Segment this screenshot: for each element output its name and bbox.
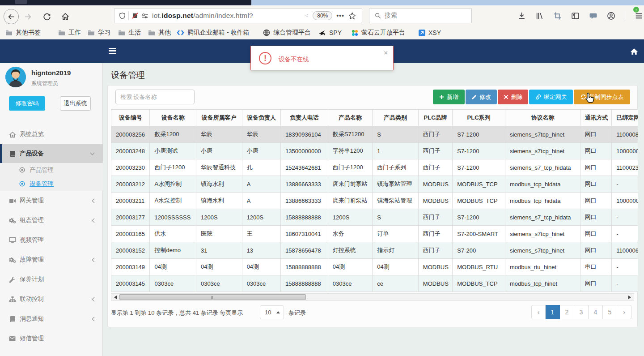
page-button[interactable]: 4 <box>589 305 603 319</box>
account-icon[interactable] <box>607 12 615 20</box>
page-button[interactable]: 1 <box>546 305 560 319</box>
table-row[interactable]: 2000031450303ce0303ce0303ce1588888888803… <box>111 275 638 292</box>
copy-sync-table-button[interactable]: 复制同步点表 <box>574 90 630 104</box>
folder-icon <box>5 30 13 36</box>
bookmark-star-icon[interactable] <box>348 12 356 20</box>
table-row[interactable]: 200003152控制demo311315878656478灯控系统指示灯西门子… <box>111 242 638 259</box>
autoplay-blocked-icon[interactable] <box>131 12 139 19</box>
table-row[interactable]: 200003165供水医院王18607310041水务订单西门子S7-200-S… <box>111 226 638 242</box>
logout-button[interactable]: 退出系统 <box>60 96 91 111</box>
scrollbar-thumb[interactable] <box>119 294 306 300</box>
bookmark-item[interactable]: 生活 <box>118 26 141 39</box>
folder-icon <box>118 30 125 36</box>
page-button[interactable]: 2 <box>560 305 574 319</box>
shield-icon[interactable] <box>119 13 126 19</box>
sidebar-item[interactable]: 产品设备 <box>0 144 103 163</box>
permissions-icon[interactable] <box>142 13 148 19</box>
table-row[interactable]: 2000031771200SSSSSS1200S1200S15888888888… <box>111 209 638 226</box>
sidebar-subitem[interactable]: 设备管理 <box>0 177 103 191</box>
sidebar-toggle-icon[interactable] <box>571 12 580 20</box>
sidebar-item[interactable]: 消息通知 <box>0 309 103 329</box>
search-bar[interactable]: 搜索 <box>369 8 472 23</box>
bookmark-item[interactable]: 萤石云开放平台 <box>352 26 405 39</box>
zoom-badge[interactable]: 80% <box>313 11 332 20</box>
home-button[interactable] <box>61 13 69 21</box>
column-header[interactable]: 通讯方式 <box>580 110 611 126</box>
table-row[interactable]: 200003248小唐测试小唐小唐13500000000字符串12001西门子S… <box>111 143 638 159</box>
delete-button[interactable]: 删除 <box>498 90 528 104</box>
column-header[interactable]: 产品类别 <box>373 110 419 126</box>
bind-gateway-button[interactable]: 绑定网关 <box>529 90 573 104</box>
column-header[interactable]: 负责人电话 <box>281 110 328 126</box>
sidebar-item[interactable]: 组态管理 <box>0 210 103 230</box>
table-cell: 200003152 <box>111 242 150 259</box>
bookmark-item[interactable]: XSY <box>419 26 441 39</box>
screenshot-icon[interactable] <box>553 12 562 20</box>
reload-button[interactable] <box>43 13 51 21</box>
column-header[interactable]: 产品名称 <box>328 110 373 126</box>
table-row[interactable]: 200003212A水闸控制镇海水利A13886663333庹来门前泵站镇海泵站… <box>111 176 638 193</box>
edit-button[interactable]: 修改 <box>466 90 497 104</box>
column-header[interactable]: PLC系列 <box>453 110 505 126</box>
bookmark-item[interactable]: 综合管理平台 <box>263 26 311 39</box>
bookmark-item[interactable]: 腾讯企业邮箱 - 收件箱 <box>177 26 249 39</box>
download-icon[interactable] <box>517 12 526 20</box>
menu-icon[interactable] <box>635 12 643 20</box>
library-icon[interactable] <box>535 12 544 20</box>
chat-icon[interactable] <box>589 12 597 20</box>
table-cell: 西门子1200 <box>328 159 373 176</box>
table-cell: 镇海水利 <box>196 176 242 193</box>
sidebar-item[interactable]: 视频管理 <box>0 230 103 250</box>
table-cell: 订单 <box>373 226 419 242</box>
bookmark-item[interactable]: 工作 <box>58 26 81 39</box>
sidebar-item[interactable]: 故障管理 <box>0 250 103 270</box>
change-password-button[interactable]: 修改密码 <box>9 96 45 111</box>
column-header[interactable]: PLC品牌 <box>418 110 452 126</box>
add-button[interactable]: 新增 <box>433 90 465 104</box>
tencent-icon <box>177 30 184 36</box>
forward-button[interactable] <box>24 13 32 21</box>
table-cell: 镇海水利 <box>196 193 242 209</box>
bookmark-item[interactable]: 学习 <box>88 26 110 39</box>
table-row[interactable]: 200003256数采1200华辰华辰18390936104数采S71200S西… <box>111 126 638 143</box>
sidebar-item[interactable]: 系统总览 <box>0 124 103 144</box>
alert-close-icon[interactable]: × <box>384 49 388 56</box>
app-home-icon[interactable] <box>630 47 639 56</box>
table-row[interactable]: 200003211A水泵控制镇海水利A13886663333庹来门前泵站镇海泵站… <box>111 193 638 209</box>
page-button[interactable]: 5 <box>603 305 617 319</box>
table-row[interactable]: 200003230西门子1200华辰智通科技孔15243642681西门子120… <box>111 159 638 176</box>
table-header-row: 设备编号设备名称设备所属客户设备负责人负责人电话产品名称产品类别PLC品牌PLC… <box>111 110 638 126</box>
horizontal-scrollbar[interactable] <box>111 293 634 301</box>
back-button[interactable] <box>4 9 19 24</box>
column-header[interactable]: 已绑定网关 <box>612 110 638 126</box>
url-text[interactable]: iot.idosp.net/admin/index.html? <box>152 12 253 20</box>
device-search-input[interactable] <box>115 90 195 104</box>
sidebar-item[interactable]: 联动控制 <box>0 289 103 309</box>
sidebar-collapse-icon[interactable] <box>109 48 116 54</box>
avatar[interactable] <box>5 67 26 87</box>
table-cell: 网口 <box>580 176 611 193</box>
column-header[interactable]: 设备名称 <box>150 110 196 126</box>
table-row[interactable]: 20000314904测04测04测1588888888804测04测MODBU… <box>111 259 638 275</box>
page-size-select[interactable]: 10 <box>260 305 284 319</box>
bookmark-label: 工作 <box>68 29 81 37</box>
sidebar-item[interactable]: 网关管理 <box>0 191 103 210</box>
column-header[interactable]: 设备负责人 <box>242 110 280 126</box>
scroll-left-arrow[interactable] <box>114 296 117 299</box>
column-header[interactable]: 设备编号 <box>111 110 150 126</box>
table-cell: S <box>373 209 419 226</box>
sidebar-subitem[interactable]: 产品管理 <box>0 163 103 177</box>
sidebar-item[interactable]: 保养计划 <box>0 270 103 289</box>
page-prev-button[interactable]: ‹ <box>531 305 546 319</box>
bookmark-item[interactable]: 其他书签 <box>5 26 41 39</box>
column-header[interactable]: 设备所属客户 <box>196 110 242 126</box>
scroll-right-arrow[interactable] <box>628 296 631 299</box>
page-actions-icon[interactable]: ••• <box>336 12 344 19</box>
sidebar-item[interactable]: 短信管理 <box>0 329 103 348</box>
address-bar[interactable]: iot.idosp.net/admin/index.html? < 80% ••… <box>114 8 362 23</box>
page-next-button[interactable]: › <box>617 305 631 319</box>
page-button[interactable]: 3 <box>574 305 589 319</box>
column-header[interactable]: 协议名称 <box>505 110 580 126</box>
bookmark-item[interactable]: 其他 <box>148 26 171 39</box>
bookmark-item[interactable]: SPY <box>318 26 342 39</box>
